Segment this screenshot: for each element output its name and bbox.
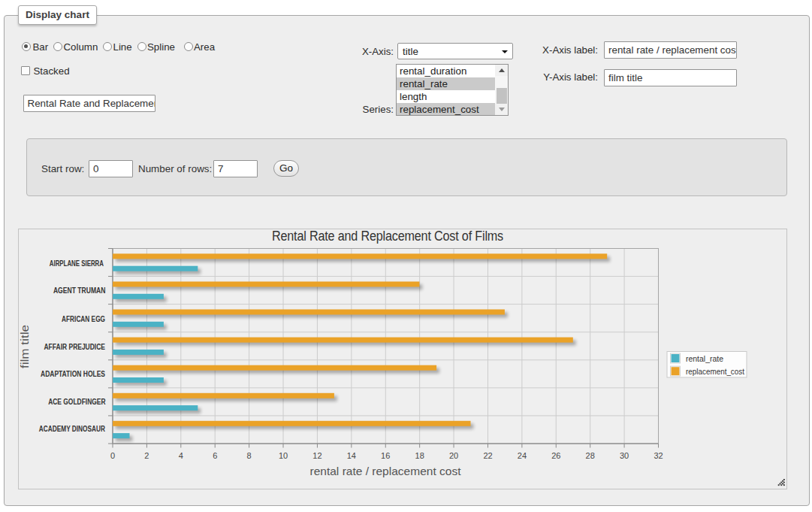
- svg-text:film title: film title: [19, 325, 31, 368]
- svg-text:18: 18: [415, 451, 424, 460]
- svg-text:14: 14: [347, 451, 356, 460]
- svg-text:AIRPLANE SIERRA: AIRPLANE SIERRA: [50, 259, 104, 268]
- svg-text:20: 20: [449, 451, 458, 460]
- svg-text:30: 30: [620, 451, 629, 460]
- svg-text:10: 10: [279, 451, 288, 460]
- svg-text:2: 2: [144, 451, 149, 460]
- svg-text:32: 32: [654, 451, 663, 460]
- svg-text:replacement_cost: replacement_cost: [686, 367, 744, 376]
- svg-text:0: 0: [110, 451, 115, 460]
- svg-text:Rental Rate and Replacement Co: Rental Rate and Replacement Cost of Film…: [272, 229, 503, 244]
- svg-text:AGENT TRUMAN: AGENT TRUMAN: [53, 286, 106, 295]
- svg-text:8: 8: [247, 451, 252, 460]
- svg-text:4: 4: [179, 451, 183, 460]
- svg-text:28: 28: [586, 451, 595, 460]
- svg-text:24: 24: [518, 451, 527, 460]
- svg-text:26: 26: [551, 451, 560, 460]
- svg-text:rental_rate: rental_rate: [686, 354, 723, 363]
- svg-text:AFFAIR PREJUDICE: AFFAIR PREJUDICE: [44, 343, 106, 351]
- svg-text:AFRICAN EGG: AFRICAN EGG: [62, 315, 105, 323]
- svg-text:12: 12: [312, 451, 321, 460]
- svg-text:16: 16: [381, 451, 390, 460]
- svg-text:ACE GOLDFINGER: ACE GOLDFINGER: [48, 398, 106, 406]
- svg-text:6: 6: [213, 451, 217, 460]
- svg-text:rental rate / replacement cost: rental rate / replacement cost: [310, 465, 461, 477]
- svg-text:ACADEMY DINOSAUR: ACADEMY DINOSAUR: [39, 425, 106, 433]
- svg-text:ADAPTATION HOLES: ADAPTATION HOLES: [41, 370, 105, 378]
- svg-text:22: 22: [483, 451, 492, 460]
